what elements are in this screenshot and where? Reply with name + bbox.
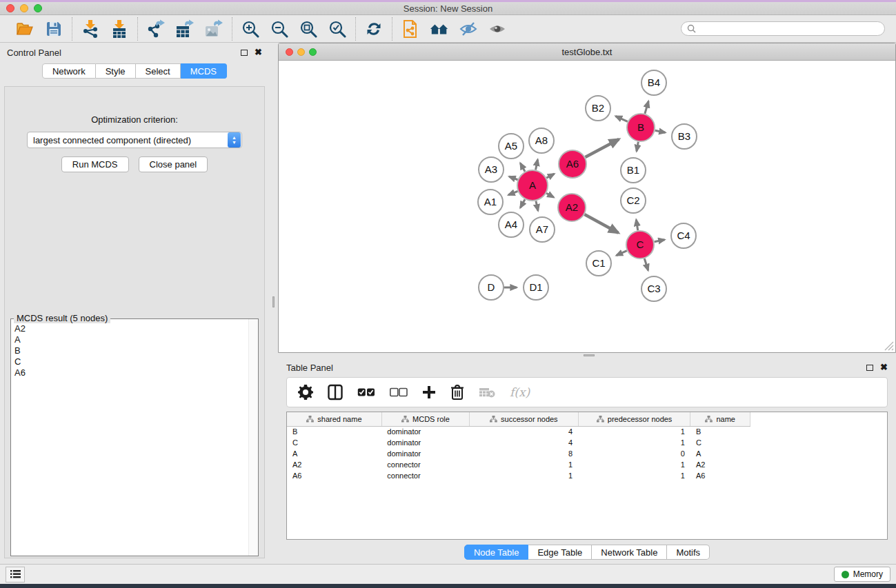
graph-edge[interactable] bbox=[636, 220, 637, 231]
graph-edge[interactable] bbox=[586, 139, 619, 157]
table-cell[interactable]: B bbox=[690, 426, 750, 437]
splitter-grip[interactable] bbox=[272, 296, 275, 307]
mcds-result-item[interactable]: B bbox=[14, 345, 248, 356]
window-resize-grip[interactable] bbox=[884, 341, 894, 351]
table-cell[interactable]: dominator bbox=[381, 426, 469, 437]
column-header[interactable]: MCDS role bbox=[381, 412, 469, 426]
tab-network-table[interactable]: Network Table bbox=[592, 545, 667, 560]
graph-edge[interactable] bbox=[655, 130, 666, 132]
mcds-result-item[interactable]: A bbox=[14, 334, 248, 345]
splitter-grip[interactable] bbox=[584, 354, 595, 356]
table-cell[interactable]: 1 bbox=[578, 426, 690, 437]
hide-selected-eye-icon[interactable] bbox=[459, 19, 478, 39]
graph-edge[interactable] bbox=[655, 240, 665, 242]
table-cell[interactable]: 4 bbox=[470, 426, 579, 437]
table-cell[interactable]: dominator bbox=[381, 448, 469, 459]
mcds-result-item[interactable]: A6 bbox=[14, 367, 248, 378]
horizontal-splitter[interactable] bbox=[278, 353, 896, 358]
graph-edge[interactable] bbox=[508, 191, 518, 194]
run-mcds-button[interactable]: Run MCDS bbox=[61, 156, 129, 172]
mcds-result-list[interactable]: A2ABCA6 bbox=[11, 319, 248, 556]
table-row[interactable]: A6connector11A6 bbox=[287, 470, 750, 481]
table-cell[interactable]: connector bbox=[381, 459, 469, 470]
table-cell[interactable]: A2 bbox=[287, 459, 381, 470]
tab-network[interactable]: Network bbox=[42, 63, 96, 79]
close-table-panel-icon[interactable]: ✖ bbox=[880, 364, 888, 371]
table-cell[interactable]: A2 bbox=[690, 459, 750, 470]
open-file-icon[interactable] bbox=[15, 19, 34, 39]
table-cell[interactable]: 8 bbox=[470, 448, 579, 459]
table-cell[interactable]: 1 bbox=[470, 470, 579, 481]
graph-edge[interactable] bbox=[617, 251, 627, 256]
zoom-selected-icon[interactable] bbox=[328, 19, 347, 39]
show-columns-icon[interactable] bbox=[328, 384, 343, 401]
export-network-icon[interactable] bbox=[146, 19, 166, 39]
graph-edge[interactable] bbox=[520, 163, 525, 172]
duplicate-network-icon[interactable] bbox=[401, 19, 420, 39]
deselect-all-icon[interactable] bbox=[390, 387, 408, 397]
table-cell[interactable]: C bbox=[690, 437, 750, 448]
delete-column-trash-icon[interactable] bbox=[450, 384, 464, 401]
graph-edge[interactable] bbox=[536, 159, 538, 170]
graph-edge[interactable] bbox=[509, 176, 517, 180]
table-cell[interactable]: 0 bbox=[578, 448, 690, 459]
select-all-icon[interactable] bbox=[357, 387, 375, 397]
tab-select[interactable]: Select bbox=[136, 63, 181, 79]
add-column-plus-icon[interactable] bbox=[422, 385, 436, 399]
refresh-icon[interactable] bbox=[364, 19, 384, 39]
graph-edge[interactable] bbox=[616, 116, 628, 122]
graph-edge[interactable] bbox=[536, 201, 538, 210]
search-field[interactable] bbox=[681, 21, 885, 36]
graph-edge[interactable] bbox=[520, 199, 525, 207]
tab-style[interactable]: Style bbox=[96, 63, 136, 79]
table-cell[interactable]: 1 bbox=[470, 459, 579, 470]
table-cell[interactable]: dominator bbox=[381, 437, 469, 448]
vertical-splitter[interactable] bbox=[269, 43, 278, 564]
table-cell[interactable]: 4 bbox=[470, 437, 579, 448]
table-row[interactable]: Adominator80A bbox=[287, 448, 750, 459]
graph-edge[interactable] bbox=[644, 258, 648, 270]
table-cell[interactable]: A bbox=[690, 448, 750, 459]
close-panel-button[interactable]: Close panel bbox=[139, 156, 208, 172]
show-all-eye-icon[interactable] bbox=[488, 19, 507, 39]
table-cell[interactable]: 1 bbox=[578, 459, 690, 470]
column-header[interactable]: name bbox=[690, 412, 750, 426]
table-cell[interactable]: A bbox=[287, 448, 381, 459]
table-cell[interactable]: A6 bbox=[287, 470, 381, 481]
function-builder-icon[interactable]: f(x) bbox=[510, 385, 530, 399]
graph-edge[interactable] bbox=[584, 214, 618, 233]
graph-edge[interactable] bbox=[637, 142, 638, 152]
task-history-button[interactable] bbox=[6, 567, 25, 582]
search-input[interactable] bbox=[699, 24, 879, 34]
home-layout-icon[interactable] bbox=[430, 19, 449, 39]
column-header[interactable]: successor nodes bbox=[470, 412, 579, 426]
import-table-icon[interactable] bbox=[110, 19, 129, 39]
zoom-fit-icon[interactable] bbox=[299, 19, 318, 39]
network-canvas[interactable]: B4B2BB3B1A5A8A6A3AA1C2A4A7A2C4CC1C3DD1 bbox=[279, 61, 895, 352]
table-row[interactable]: Cdominator41C bbox=[287, 437, 750, 448]
float-panel-icon[interactable] bbox=[241, 50, 248, 56]
table-cell[interactable]: 1 bbox=[578, 470, 690, 481]
criterion-dropdown[interactable]: largest connected component (directed) ▲… bbox=[27, 132, 242, 148]
node-table[interactable]: shared nameMCDS rolesuccessor nodesprede… bbox=[286, 412, 888, 540]
result-scrollbar[interactable] bbox=[248, 319, 258, 556]
table-cell[interactable]: C bbox=[287, 437, 381, 448]
table-cell[interactable]: connector bbox=[381, 470, 469, 481]
tab-motifs[interactable]: Motifs bbox=[667, 545, 710, 560]
graph-edge[interactable] bbox=[645, 101, 648, 114]
zoom-out-icon[interactable] bbox=[270, 19, 289, 39]
save-session-icon[interactable] bbox=[44, 19, 63, 39]
delete-table-icon[interactable] bbox=[479, 386, 495, 398]
graph-edge[interactable] bbox=[546, 193, 554, 197]
table-cell[interactable]: B bbox=[287, 426, 381, 437]
tab-mcds[interactable]: MCDS bbox=[181, 63, 227, 79]
mcds-result-item[interactable]: C bbox=[14, 356, 248, 367]
column-header[interactable]: shared name bbox=[287, 412, 381, 426]
import-network-icon[interactable] bbox=[81, 19, 100, 39]
table-row[interactable]: Bdominator41B bbox=[287, 426, 750, 437]
tab-edge-table[interactable]: Edge Table bbox=[528, 545, 592, 560]
float-table-panel-icon[interactable] bbox=[866, 365, 873, 371]
table-cell[interactable]: 1 bbox=[578, 437, 690, 448]
zoom-in-icon[interactable] bbox=[241, 19, 260, 39]
network-window-titlebar[interactable]: testGlobe.txt bbox=[279, 43, 895, 61]
